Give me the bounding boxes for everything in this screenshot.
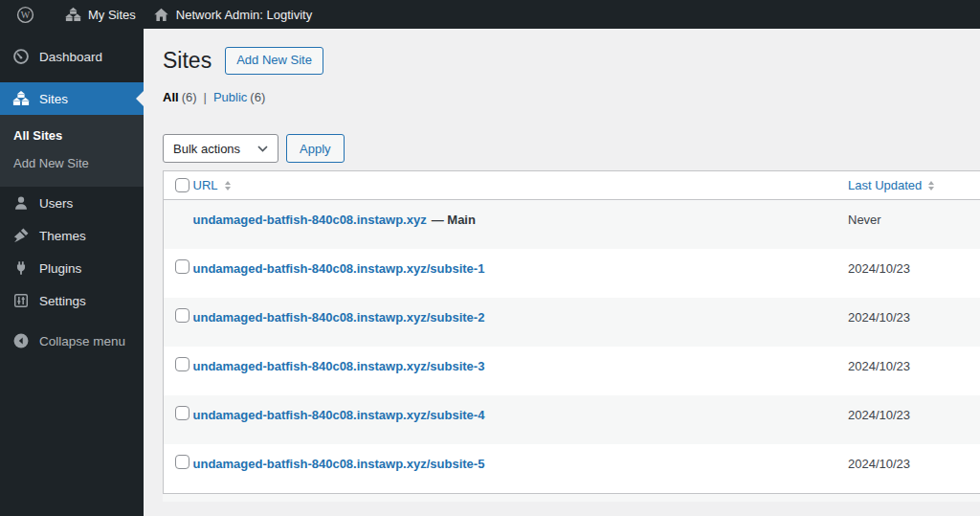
table-body: undamaged-batfish-840c08.instawp.xyz— Ma… — [164, 200, 980, 494]
checkbox-cell-empty — [164, 200, 190, 250]
filter-links: All(6) | Public(6) — [163, 90, 980, 107]
sort-arrows-icon — [225, 181, 231, 191]
add-new-site-button[interactable]: Add New Site — [225, 47, 323, 74]
table-row-main-site: undamaged-batfish-840c08.instawp.xyz— Ma… — [164, 200, 980, 250]
sidebar-item-collapse-menu[interactable]: Collapse menu — [0, 325, 144, 357]
sidebar-item-themes[interactable]: Themes — [0, 219, 144, 252]
dashboard-gauge-icon — [12, 48, 30, 65]
filter-public-count: (6) — [250, 90, 265, 104]
submenu-item-all-sites[interactable]: All Sites — [0, 122, 144, 149]
chevron-down-icon — [257, 146, 268, 152]
table-footer-partial-row — [163, 494, 980, 502]
last-updated-value: 2024/10/23 — [836, 395, 980, 444]
column-last-updated-label: Last Updated — [848, 178, 922, 192]
sidebar-item-label: Settings — [39, 294, 86, 308]
submenu-item-add-new-site[interactable]: Add New Site — [0, 149, 144, 177]
last-updated-value: 2024/10/23 — [836, 298, 980, 347]
select-all-checkbox[interactable] — [175, 178, 189, 192]
wp-logo-menu[interactable]: W — [8, 0, 43, 29]
sites-houses-icon — [12, 90, 30, 107]
sidebar-item-label: Plugins — [39, 261, 81, 276]
row-checkbox[interactable] — [175, 308, 189, 323]
paintbrush-icon — [12, 227, 30, 244]
user-icon — [12, 194, 30, 212]
multisite-houses-icon — [65, 7, 81, 23]
page-header: Sites Add New Site — [163, 47, 980, 75]
site-state-label: — Main — [432, 213, 476, 227]
last-updated-value: 2024/10/23 — [836, 249, 980, 298]
table-row: undamaged-batfish-840c08.instawp.xyz/sub… — [164, 249, 980, 298]
sidebar-item-label: Themes — [39, 229, 86, 243]
main-content: Sites Add New Site All(6) | Public(6) Bu… — [144, 29, 980, 516]
sidebar-item-label: Collapse menu — [39, 334, 125, 348]
filter-public[interactable]: Public(6) — [213, 90, 265, 104]
page-title: Sites — [163, 47, 212, 75]
network-admin-menu[interactable]: Network Admin: Logtivity — [145, 0, 321, 29]
filter-all-count: (6) — [182, 90, 197, 104]
row-checkbox[interactable] — [175, 357, 189, 371]
svg-text:W: W — [21, 9, 31, 19]
site-url-link[interactable]: undamaged-batfish-840c08.instawp.xyz — [193, 213, 427, 227]
table-row: undamaged-batfish-840c08.instawp.xyz/sub… — [164, 298, 980, 347]
my-sites-label: My Sites — [88, 8, 136, 22]
filter-all-label: All — [163, 90, 179, 104]
table-row: undamaged-batfish-840c08.instawp.xyz/sub… — [164, 347, 980, 395]
sidebar-item-users[interactable]: Users — [0, 187, 144, 219]
sidebar-item-settings[interactable]: Settings — [0, 284, 144, 317]
table-row: undamaged-batfish-840c08.instawp.xyz/sub… — [164, 395, 980, 444]
last-updated-value: 2024/10/23 — [836, 347, 980, 395]
sidebar-item-label: Dashboard — [39, 50, 102, 64]
sidebar-item-dashboard[interactable]: Dashboard — [0, 40, 144, 73]
bulk-actions-select[interactable]: Bulk actions — [163, 134, 278, 163]
bulk-actions-value: Bulk actions — [173, 142, 240, 156]
sort-arrows-icon — [928, 181, 934, 191]
site-url-link[interactable]: undamaged-batfish-840c08.instawp.xyz/sub… — [193, 310, 485, 325]
wordpress-logo-icon: W — [16, 6, 34, 24]
column-header-last-updated[interactable]: Last Updated — [848, 178, 934, 192]
plug-icon — [12, 259, 30, 277]
network-admin-label: Network Admin: Logtivity — [176, 8, 312, 22]
site-url-link[interactable]: undamaged-batfish-840c08.instawp.xyz/sub… — [193, 359, 485, 373]
last-updated-value: Never — [836, 200, 980, 250]
row-checkbox[interactable] — [175, 259, 189, 274]
table-toolbar: Bulk actions Apply — [163, 134, 980, 163]
sliders-icon — [12, 292, 30, 309]
my-sites-menu[interactable]: My Sites — [56, 0, 145, 29]
column-url-label: URL — [193, 178, 218, 192]
table-row: undamaged-batfish-840c08.instawp.xyz/sub… — [164, 444, 980, 494]
filter-separator: | — [204, 90, 207, 104]
last-updated-value: 2024/10/23 — [836, 444, 980, 494]
admin-bar: W My Sites Network Admin: Logtivity — [0, 0, 980, 29]
sidebar-item-plugins[interactable]: Plugins — [0, 252, 144, 284]
table-header: URL Last Updated — [164, 171, 980, 200]
filter-public-label: Public — [213, 90, 247, 104]
sidebar-item-label: Sites — [39, 92, 68, 106]
sites-submenu: All Sites Add New Site — [0, 115, 144, 187]
admin-sidebar: Dashboard Sites All Sites Add New Site U… — [0, 29, 144, 516]
filter-all[interactable]: All(6) — [163, 90, 197, 104]
row-checkbox[interactable] — [175, 406, 189, 420]
sites-table: URL Last Updated undamaged-batf — [163, 170, 980, 494]
column-header-url[interactable]: URL — [193, 178, 231, 192]
site-url-link[interactable]: undamaged-batfish-840c08.instawp.xyz/sub… — [193, 408, 485, 422]
site-url-link[interactable]: undamaged-batfish-840c08.instawp.xyz/sub… — [193, 457, 485, 471]
sidebar-item-label: Users — [39, 196, 73, 211]
sidebar-item-sites[interactable]: Sites — [0, 82, 144, 115]
row-checkbox[interactable] — [175, 455, 189, 469]
site-url-link[interactable]: undamaged-batfish-840c08.instawp.xyz/sub… — [193, 261, 485, 276]
collapse-arrow-icon — [12, 332, 30, 349]
home-icon — [153, 7, 169, 23]
apply-button[interactable]: Apply — [286, 134, 345, 163]
